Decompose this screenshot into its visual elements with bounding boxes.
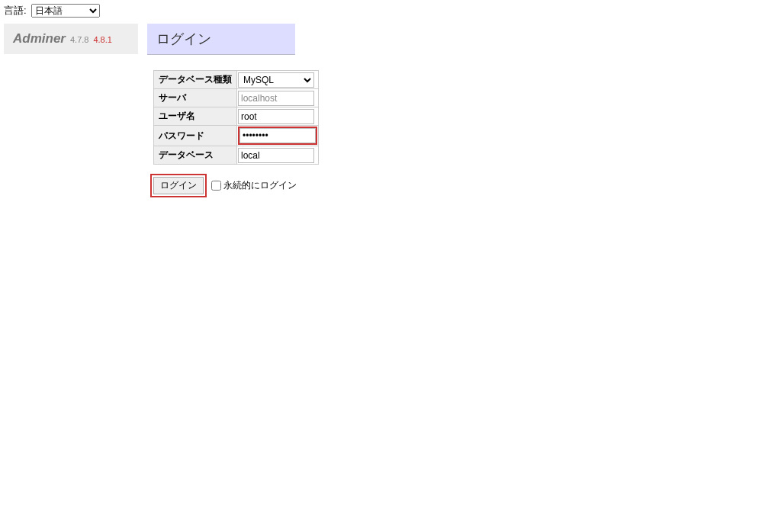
server-label: サーバ bbox=[154, 89, 237, 107]
database-input[interactable] bbox=[238, 148, 314, 163]
submit-row: ログイン 永続的にログイン bbox=[150, 174, 319, 197]
login-highlight: ログイン bbox=[150, 174, 207, 197]
permanent-text: 永続的にログイン bbox=[223, 179, 297, 192]
system-label: データベース種類 bbox=[154, 71, 237, 89]
login-button[interactable]: ログイン bbox=[153, 177, 204, 194]
permanent-login-label[interactable]: 永続的にログイン bbox=[211, 179, 297, 192]
username-label: ユーザ名 bbox=[154, 107, 237, 126]
password-input[interactable] bbox=[239, 128, 316, 143]
password-label: パスワード bbox=[154, 126, 237, 146]
username-input[interactable] bbox=[238, 109, 314, 124]
page-title: ログイン bbox=[147, 24, 295, 55]
app-version: 4.7.8 bbox=[70, 35, 88, 44]
language-row: 言語: 日本語 bbox=[4, 4, 777, 18]
login-form-table: データベース種類 MySQL サーバ ユーザ名 bbox=[153, 70, 319, 165]
server-input[interactable] bbox=[238, 91, 314, 106]
database-label: データベース bbox=[154, 146, 237, 165]
app-name: Adminer bbox=[13, 31, 66, 46]
language-select[interactable]: 日本語 bbox=[31, 4, 100, 18]
password-highlight bbox=[238, 127, 317, 145]
content: ログイン データベース種類 MySQL サーバ ユーザ名 bbox=[147, 24, 319, 197]
system-select[interactable]: MySQL bbox=[238, 72, 314, 88]
language-label: 言語: bbox=[4, 5, 27, 16]
app-new-version[interactable]: 4.8.1 bbox=[93, 35, 111, 44]
sidebar: Adminer 4.7.8 4.8.1 bbox=[4, 24, 138, 54]
permanent-checkbox[interactable] bbox=[211, 181, 221, 191]
